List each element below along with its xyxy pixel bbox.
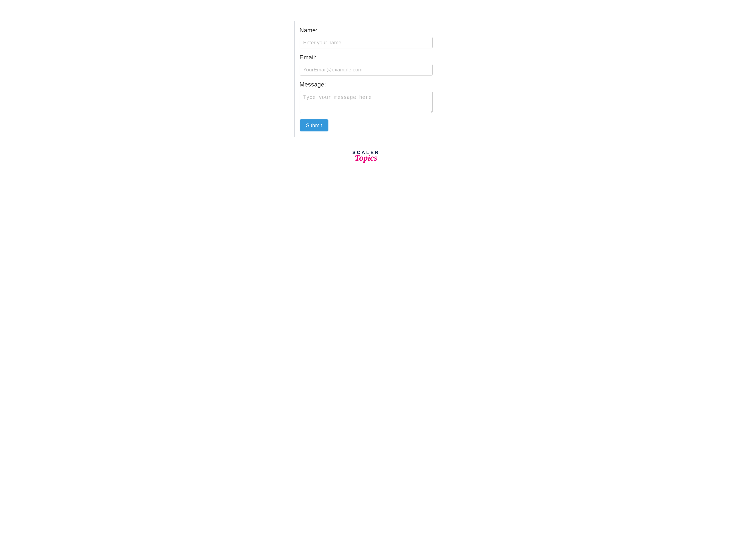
message-textarea[interactable]	[299, 91, 433, 113]
brand-text-topics: Topics	[344, 154, 388, 162]
form-group-email: Email:	[299, 54, 433, 76]
form-group-message: Message:	[299, 81, 433, 114]
submit-button[interactable]: Submit	[299, 119, 329, 131]
name-input[interactable]	[299, 37, 433, 48]
form-group-name: Name:	[299, 27, 433, 48]
email-input[interactable]	[299, 64, 433, 76]
email-label: Email:	[299, 54, 433, 61]
brand-logo: SCALER Topics	[344, 150, 388, 162]
name-label: Name:	[299, 27, 433, 34]
page: Name: Email: Message: Submit SCALER Topi…	[233, 0, 500, 175]
message-label: Message:	[299, 81, 433, 88]
contact-form: Name: Email: Message: Submit	[294, 21, 438, 137]
